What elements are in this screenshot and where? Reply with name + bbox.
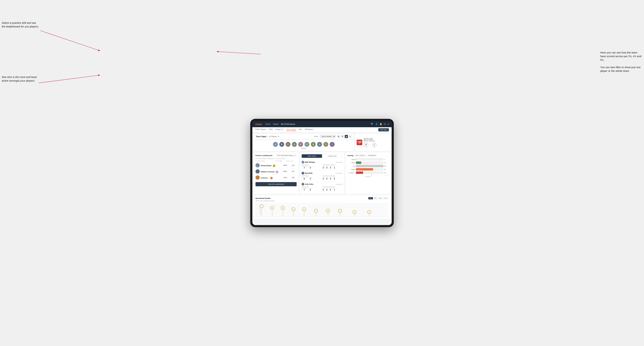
activity-avatar-2 — [302, 172, 304, 174]
avatar-5[interactable]: E — [298, 142, 303, 147]
drill-dropdown[interactable]: PUTT Must Make Putting ... ▾ — [276, 154, 296, 157]
nav-icons: 🔍 👤 🔔 ⚙ ● — [371, 123, 389, 125]
avatar-6[interactable]: F — [304, 142, 310, 147]
shot-number: 198 — [357, 141, 362, 143]
filter-arg[interactable]: ARG — [378, 197, 383, 199]
bar-bogeys: Bogeys 311 — [348, 168, 388, 171]
avatar-3[interactable]: C — [286, 142, 290, 147]
detail-view-icon[interactable]: ≡ — [348, 135, 352, 138]
streak-point-2: 6x — [270, 206, 274, 216]
player-name-1: Richard Butler — [261, 165, 272, 167]
filter-putt[interactable]: PUTT — [383, 197, 388, 199]
streak-badge-9: 3x — [352, 210, 356, 214]
avatar-1[interactable]: A — [273, 142, 278, 147]
bar-dbogeys: D. Bogeys + 131 — [348, 172, 388, 174]
list-view-icon[interactable]: ☰ — [341, 135, 344, 138]
arg-stat-2: ARG 0 — [329, 177, 332, 180]
avatar-9[interactable]: I — [324, 142, 328, 147]
nav-performance[interactable]: My Performance — [281, 123, 295, 125]
content-area: Team Clippd | 14 Players ✎ Show: Last 3 … — [252, 133, 392, 225]
bar-birdies: Birdies 96 — [348, 162, 388, 164]
player-filter-label: All Players — [368, 155, 375, 156]
tab-most-active[interactable]: Most Active — [302, 154, 322, 158]
svg-line-0 — [40, 30, 100, 51]
shot-details: Shot Dist: 16 yds Start Lie: Rough End L… — [364, 138, 376, 147]
activity-player-name-3: Josh Coles — [305, 183, 314, 185]
avatars-row: A B C D E F G H I J — [273, 142, 334, 147]
col-player-name: PLAYER NAME — [256, 161, 276, 162]
avatar-2[interactable]: B — [279, 142, 284, 147]
shot-number-box: 198 SC — [357, 140, 362, 145]
sub-nav: PGAT Players PGA Hcaps 1-5 Team Clippd T… — [252, 127, 392, 133]
edit-icon[interactable]: ✎ — [278, 136, 280, 137]
annotation-top-left: Select a practice drill and see the lead… — [2, 21, 40, 28]
avatar-8[interactable]: H — [317, 142, 322, 147]
x-tick-400: 400 — [387, 174, 388, 176]
search-icon[interactable]: 🔍 — [371, 123, 374, 125]
putt-stat-2: PUTT 0 — [333, 177, 336, 180]
bar-label-birdies: Birdies — [348, 162, 355, 163]
dist-circle-2: 0 yds — [372, 143, 376, 147]
badge-bronze-3: ③ — [270, 177, 273, 179]
avatar-7[interactable]: G — [311, 142, 316, 147]
time-range-select[interactable]: Last 3 months Last month Last 6 months — [320, 135, 336, 138]
app-stat-3: APP 0 — [326, 188, 328, 191]
subnav-hcaps[interactable]: Hcaps 1-5 — [276, 128, 284, 131]
arg-stat-1: ARG 0 — [329, 166, 332, 169]
dist-label-2: yds — [374, 145, 375, 146]
subnav-all-players[interactable]: All Players — [305, 128, 313, 131]
filter-ott[interactable]: OTT — [368, 197, 373, 199]
player-filter-dropdown[interactable]: All Players ▾ — [367, 154, 377, 157]
subnav-pga[interactable]: PGA — [269, 128, 272, 131]
streak-badge-4: 5x — [292, 207, 296, 211]
streak-point-6: 4x — [314, 209, 318, 216]
best-streaks-card: Best Round Streaks OTT APP ARG PUTT Off … — [254, 195, 390, 218]
streak-chart: 7x 6x 6x 5x — [256, 203, 388, 217]
player-avatar-3 — [256, 175, 260, 180]
player-info-2: Edward Crossman ② — [261, 170, 280, 173]
add-team-button[interactable]: Add Team — [378, 128, 389, 131]
dist-arrow-icon: → — [369, 144, 371, 146]
nav-home[interactable]: Home — [265, 123, 270, 125]
subnav-team[interactable]: Team Clippd — [286, 128, 296, 131]
practice-val-2: 4 — [308, 178, 312, 180]
subnav-tour[interactable]: Tour — [299, 128, 302, 131]
bell-icon[interactable]: 🔔 — [380, 123, 382, 125]
person-icon[interactable]: 👤 — [375, 123, 378, 125]
filter-app[interactable]: APP — [373, 197, 378, 199]
avatar-4[interactable]: D — [292, 142, 297, 147]
streak-point-3: 6x — [281, 206, 285, 216]
bar-label-bogeys: Bogeys — [348, 169, 355, 170]
arg-val-1: 0 — [329, 167, 332, 169]
par-filter-dropdown[interactable]: Par 3, 4 & 5s ▾ — [354, 154, 366, 157]
ott-stat-1: OTT 0 — [322, 166, 324, 169]
bar-label-pars: Pars — [348, 166, 355, 167]
col-pb-score: PB SCORE — [276, 161, 286, 162]
avatar-icon[interactable]: ● — [388, 123, 389, 125]
practice-stat-2: Practice 4 — [308, 177, 312, 180]
bar-pars: Pars 499 — [348, 165, 388, 167]
list-item: Josh Coles 26 Aug 2023 Total Rounds Tour… — [302, 181, 343, 192]
activity-avatar-3 — [302, 183, 304, 185]
subnav-pgat[interactable]: PGAT Players — [255, 128, 266, 131]
scoring-bar-chart: Eagles 3 Birdies 96 — [348, 158, 388, 174]
tab-least-active[interactable]: Least Active — [322, 154, 342, 158]
grid-view-icon[interactable]: ⊞ — [337, 135, 340, 138]
ott-stat-2: OTT 0 — [322, 177, 324, 180]
nav-teams[interactable]: Teams — [273, 123, 278, 125]
total-rounds-label-1: Total Rounds — [302, 164, 322, 166]
practice-activities-row-1: OTT 0 APP 0 ARG 0 — [322, 166, 342, 169]
activity-date-3: 26 Aug 2023 — [336, 184, 342, 185]
streak-line-9 — [354, 214, 355, 216]
ott-stat-3: OTT 0 — [322, 188, 324, 191]
card-view-icon[interactable]: ▦ — [345, 135, 348, 138]
view-full-leaderboard-button[interactable]: View Full Leaderboard — [256, 182, 296, 186]
streak-line-8 — [340, 213, 340, 216]
bar-track-dbogeys — [356, 172, 384, 174]
bar-val-bogeys: 311 — [384, 169, 388, 170]
putt-stat-1: PUTT 1 — [333, 166, 336, 169]
bar-track-pars — [356, 165, 384, 167]
total-rounds-group-2: Total Rounds Tournament 8 Practice 4 — [302, 175, 322, 180]
avatar-10[interactable]: J — [330, 142, 334, 147]
settings-icon[interactable]: ⚙ — [384, 123, 386, 125]
